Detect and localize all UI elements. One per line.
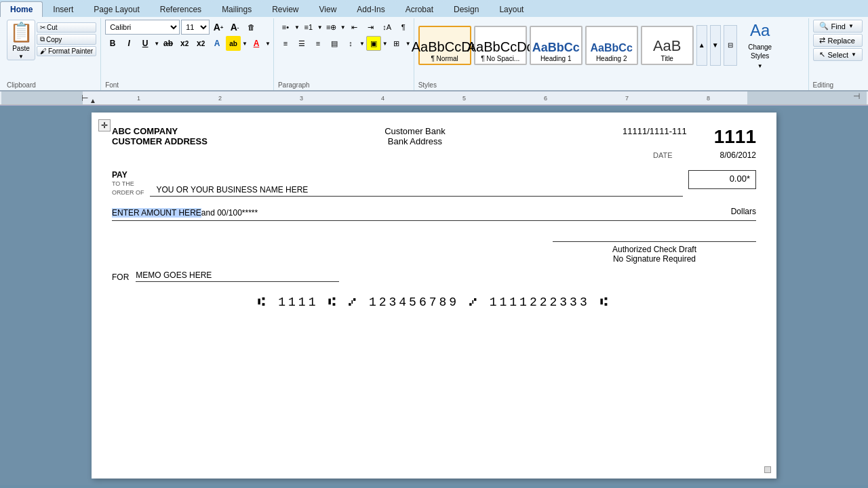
font-size-select[interactable]: 11	[181, 20, 210, 35]
document-area: ✛ ABC COMPANY CUSTOMER ADDRESS Customer …	[0, 106, 868, 485]
tab-home[interactable]: Home	[0, 1, 43, 17]
select-icon: ↖	[819, 50, 825, 59]
multilevel-list-button[interactable]: ≡⊕	[324, 20, 339, 35]
shading-dropdown[interactable]: ▼	[382, 41, 388, 47]
subscript-button[interactable]: x2	[177, 36, 192, 51]
find-dropdown[interactable]: ▼	[848, 23, 854, 29]
justify-button[interactable]: ▤	[327, 36, 342, 51]
routing-area: 11111/1111-111 1111	[623, 126, 756, 148]
show-formatting-button[interactable]: ¶	[396, 20, 411, 35]
change-styles-dropdown[interactable]: ▼	[757, 63, 763, 69]
check-number-area: 11111/1111-111 1111 DATE 8/06/2012	[623, 126, 756, 160]
tab-layout[interactable]: Layout	[489, 1, 534, 17]
sort-button[interactable]: ↕A	[380, 20, 395, 35]
ruler-indent[interactable]: ▲	[90, 97, 96, 104]
style-heading2-button[interactable]: AaBbCc Heading 2	[585, 26, 638, 65]
font-name-select[interactable]: Calibri	[105, 20, 180, 35]
pay-label: PAY	[112, 170, 144, 180]
check-document: ✛ ABC COMPANY CUSTOMER ADDRESS Customer …	[92, 113, 776, 479]
tab-page-layout[interactable]: Page Layout	[83, 1, 149, 17]
payee-line[interactable]: YOU OR YOUR BUSINESS NAME HERE	[150, 185, 683, 197]
paste-button[interactable]: 📋 Paste ▼	[7, 20, 35, 60]
check-number: 1111	[714, 126, 756, 148]
memo-line[interactable]: MEMO GOES HERE	[136, 270, 339, 282]
shading-button[interactable]: ▣	[366, 36, 381, 51]
increase-indent-button[interactable]: ⇥	[363, 20, 378, 35]
authorized-text: Authorized Check Draft No Signature Requ…	[553, 241, 756, 264]
resize-handle[interactable]	[764, 466, 771, 473]
align-left-button[interactable]: ≡	[278, 36, 293, 51]
align-center-button[interactable]: ☰	[294, 36, 309, 51]
routing-number: 11111/1111-111	[623, 126, 687, 136]
line-spacing-button[interactable]: ↕	[343, 36, 358, 51]
ribbon: 📋 Paste ▼ ✂Cut ⧉Copy 🖌Format Painter Cli…	[0, 17, 868, 92]
copy-button[interactable]: ⧉Copy	[37, 34, 96, 45]
superscript-button[interactable]: x2	[193, 36, 208, 51]
style-normal-button[interactable]: AaBbCcDc ¶ Normal	[418, 26, 471, 65]
amount-words-highlighted[interactable]: ENTER AMOUNT HERE	[112, 208, 201, 218]
style-title-button[interactable]: AaB Title	[641, 26, 694, 65]
styles-scroll-down[interactable]: ▼	[710, 25, 721, 66]
ruler: ⊢ ▲ 1 2 3 4 5 6 7 8 ⊣	[0, 92, 868, 105]
dollars-label: Dollars	[731, 207, 756, 218]
select-dropdown[interactable]: ▼	[851, 52, 856, 58]
check-header: ABC COMPANY CUSTOMER ADDRESS Customer Ba…	[112, 126, 756, 160]
align-right-button[interactable]: ≡	[311, 36, 326, 51]
move-handle[interactable]: ✛	[98, 119, 111, 131]
amount-box[interactable]: 0.00*	[688, 170, 756, 189]
clipboard-group-label: Clipboard	[7, 81, 36, 89]
clear-formatting-button[interactable]: 🗑	[243, 20, 258, 35]
style-heading1-button[interactable]: AaBbCc Heading 1	[530, 26, 583, 65]
replace-icon: ⇄	[819, 36, 825, 45]
borders-dropdown[interactable]: ▼	[406, 41, 411, 47]
underline-dropdown[interactable]: ▼	[154, 41, 159, 47]
strikethrough-button[interactable]: ab	[161, 36, 176, 51]
ruler-marker-right[interactable]: ⊣	[853, 92, 860, 101]
tab-review[interactable]: Review	[262, 1, 309, 17]
styles-scroll-up[interactable]: ▲	[696, 25, 707, 66]
decrease-font-button[interactable]: A-	[227, 20, 242, 35]
text-effects-button[interactable]: A	[210, 36, 224, 51]
tab-view[interactable]: View	[309, 1, 347, 17]
tab-mailings[interactable]: Mailings	[212, 1, 262, 17]
tab-references[interactable]: References	[150, 1, 212, 17]
italic-button[interactable]: I	[121, 36, 136, 51]
select-button[interactable]: ↖ Select ▼	[813, 48, 863, 61]
for-label: FOR	[112, 272, 129, 282]
replace-button[interactable]: ⇄ Replace	[813, 34, 863, 47]
editing-group-label: Editing	[813, 81, 834, 89]
underline-button[interactable]: U	[138, 36, 153, 51]
numbering-dropdown[interactable]: ▼	[317, 24, 323, 30]
bullets-button[interactable]: ≡•	[278, 20, 293, 35]
increase-font-button[interactable]: A+	[211, 20, 226, 35]
ruler-marker-left[interactable]: ⊢	[81, 94, 88, 103]
date-area: DATE 8/06/2012	[653, 150, 756, 160]
borders-button[interactable]: ⊞	[389, 36, 404, 51]
style-nospace-button[interactable]: AaBbCcDc ¶ No Spaci...	[474, 26, 527, 65]
bold-button[interactable]: B	[105, 36, 120, 51]
clipboard-group: 📋 Paste ▼ ✂Cut ⧉Copy 🖌Format Painter Cli…	[3, 18, 101, 90]
cut-button[interactable]: ✂Cut	[37, 22, 96, 33]
paste-dropdown-icon[interactable]: ▼	[18, 54, 24, 60]
styles-more-button[interactable]: ⊟	[724, 25, 737, 66]
line-spacing-dropdown[interactable]: ▼	[359, 41, 365, 47]
multilevel-dropdown[interactable]: ▼	[340, 24, 346, 30]
tab-bar: Home Insert Page Layout References Maili…	[0, 0, 868, 17]
company-name: ABC COMPANY	[112, 126, 208, 136]
tab-add-ins[interactable]: Add-Ins	[347, 1, 395, 17]
find-button[interactable]: 🔍 Find ▼	[813, 20, 863, 33]
bullets-dropdown[interactable]: ▼	[294, 24, 300, 30]
tab-acrobat[interactable]: Acrobat	[395, 1, 443, 17]
company-address: CUSTOMER ADDRESS	[112, 136, 208, 146]
font-color-button[interactable]: A	[249, 36, 264, 51]
bank-info: Customer Bank Bank Address	[384, 126, 446, 146]
tab-insert[interactable]: Insert	[43, 1, 83, 17]
numbering-button[interactable]: ≡1	[301, 20, 316, 35]
highlight-dropdown[interactable]: ▼	[242, 41, 248, 47]
highlight-color-button[interactable]: ab	[226, 36, 241, 51]
tab-design[interactable]: Design	[443, 1, 489, 17]
change-styles-button[interactable]: Aa ChangeStyles ▼	[740, 20, 781, 70]
decrease-indent-button[interactable]: ⇤	[347, 20, 362, 35]
format-painter-button[interactable]: 🖌Format Painter	[37, 46, 96, 56]
font-color-dropdown[interactable]: ▼	[265, 41, 271, 47]
